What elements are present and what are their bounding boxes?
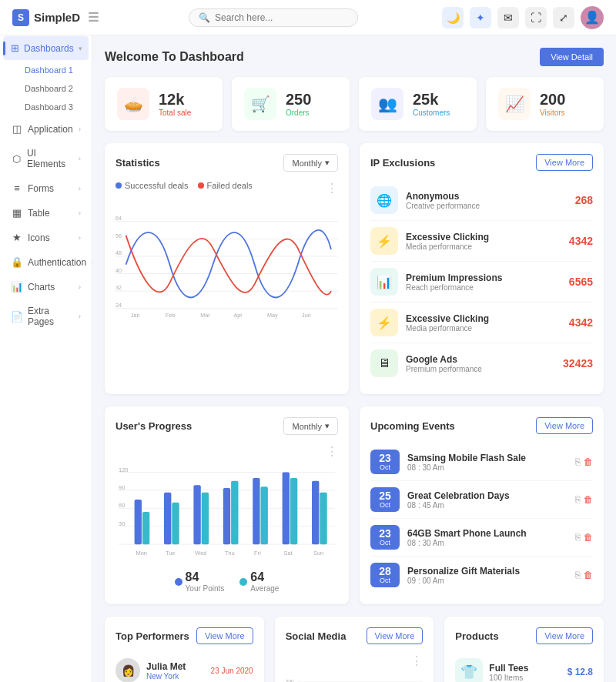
sparkle-icon[interactable]: ✦ [470, 7, 491, 28]
svg-rect-32 [202, 493, 209, 544]
ui-elements-icon: ⬡ [11, 153, 22, 165]
svg-text:60: 60 [119, 502, 125, 509]
events-title: Upcoming Events [370, 420, 455, 432]
sidebar-item-charts[interactable]: 📊 Charts › [3, 275, 89, 299]
social-options-icon[interactable]: ⋮ [286, 654, 424, 668]
svg-text:Jan: Jan [131, 312, 140, 319]
svg-text:Fri: Fri [254, 550, 261, 557]
avatar[interactable]: 👤 [581, 6, 604, 29]
charts-icon: 📊 [11, 281, 23, 293]
sidebar-item-ui-elements[interactable]: ⬡ UI Elements › [3, 142, 89, 176]
event-day-2: 23 [373, 528, 397, 539]
event-date-1: 25 Oct [370, 487, 400, 512]
progress-header: User's Progress Monthly ▾ [116, 417, 338, 435]
expand-icon[interactable]: ⤢ [553, 7, 574, 28]
svg-rect-36 [261, 486, 268, 544]
svg-text:Mar: Mar [200, 312, 210, 319]
svg-text:64: 64 [116, 215, 122, 222]
ip-count-0: 268 [575, 194, 593, 206]
search-input[interactable] [215, 12, 348, 23]
sidebar-item-table[interactable]: ▦ Table › [3, 201, 89, 225]
progress-dropdown[interactable]: Monthly ▾ [283, 417, 338, 435]
event-info-2: 64GB Smart Phone Launch 08 : 30 Am [407, 528, 527, 547]
sidebar-item-auth[interactable]: 🔒 Authentication › [3, 250, 89, 274]
progress-options-icon[interactable]: ⋮ [116, 444, 338, 459]
upcoming-events-panel: Upcoming Events View More 23 Oct Samsing… [360, 406, 604, 604]
stat-info-sales: 12k Total sale [159, 91, 191, 117]
event-month-0: Oct [373, 463, 397, 471]
event-time-0: 08 : 30 Am [407, 463, 526, 472]
event-edit-icon-0[interactable]: ⎘ [575, 456, 581, 467]
statistics-dropdown[interactable]: Monthly ▾ [283, 154, 338, 172]
sidebar-label-ui: UI Elements [27, 148, 74, 169]
topbar: S SimpleD ☰ 🔍 🌙 ✦ ✉ ⛶ ⤢ 👤 [0, 0, 616, 35]
ip-icon-3: ⚡ [370, 309, 398, 336]
fullscreen-icon[interactable]: ⛶ [525, 7, 547, 28]
sidebar-label-application: Application [28, 124, 73, 135]
total-sale-icon: 🥧 [117, 88, 149, 120]
svg-text:30: 30 [119, 520, 125, 527]
hamburger-icon[interactable]: ☰ [88, 10, 99, 25]
sidebar-sub-dashboard3[interactable]: Dashboard 3 [0, 98, 92, 116]
event-delete-icon-0[interactable]: 🗑 [584, 456, 593, 467]
sidebar-sub-dashboard2[interactable]: Dashboard 2 [0, 79, 92, 98]
sidebar-item-dashboards[interactable]: ⊞ Dashboards ▾ [3, 36, 89, 60]
svg-text:Mon: Mon [136, 550, 147, 557]
svg-rect-31 [193, 485, 200, 544]
product-qty-0: 100 Items [489, 674, 528, 682]
statistics-period: Monthly [292, 159, 322, 168]
products-title: Products [455, 630, 498, 642]
mail-icon[interactable]: ✉ [497, 7, 519, 28]
event-month-1: Oct [373, 501, 397, 509]
svg-text:90: 90 [119, 484, 125, 491]
chevron-right-icon: › [79, 125, 81, 133]
sidebar: ⊞ Dashboards ▾ Dashboard 1 Dashboard 2 D… [0, 35, 92, 682]
product-item-0: 👕 Full Tees 100 Items $ 12.8 [455, 654, 593, 682]
your-points-stat: 84 Your Points [175, 570, 225, 593]
statistics-svg: 64 56 48 40 32 24 Jan Feb [116, 202, 338, 325]
main-content: Welcome To Dashboard View Detail 🥧 12k T… [92, 35, 616, 682]
ip-title: IP Exclusions [370, 157, 435, 169]
ip-icon-2: 📊 [370, 268, 398, 296]
stat-card-visitors: 📈 200 Visitors [486, 77, 604, 131]
event-delete-icon-1[interactable]: 🗑 [584, 494, 593, 505]
ip-item-3: ⚡ Excessive Clicking Media performance 4… [370, 303, 593, 343]
event-delete-icon-2[interactable]: 🗑 [584, 532, 593, 543]
stat-info-visitors: 200 Visitors [540, 91, 565, 117]
sidebar-item-icons[interactable]: ★ Icons › [3, 226, 89, 249]
sidebar-item-extra[interactable]: 📄 Extra Pages › [3, 299, 89, 333]
event-info-3: Personalize Gift Materials 09 : 00 Am [407, 566, 520, 585]
event-edit-icon-3[interactable]: ⎘ [575, 570, 581, 580]
event-edit-icon-1[interactable]: ⎘ [575, 494, 581, 505]
chart-options-icon[interactable]: ⋮ [326, 181, 338, 196]
svg-rect-35 [253, 478, 259, 544]
search-icon: 🔍 [199, 12, 210, 23]
svg-text:Sat: Sat [283, 550, 293, 557]
event-time-1: 08 : 45 Am [407, 501, 510, 510]
sidebar-item-forms[interactable]: ≡ Forms › [3, 176, 89, 200]
event-name-3: Personalize Gift Materials [407, 566, 520, 577]
ip-item: 🌐 Anonymous Creative performance 268 [370, 180, 593, 221]
icons-icon: ★ [11, 232, 23, 243]
ip-name-3: Excessive Clicking [406, 313, 489, 324]
event-item-0: 23 Oct Samsing Mobile Flash Sale 08 : 30… [370, 443, 593, 481]
ip-count-2: 6565 [569, 276, 593, 288]
ip-view-more-button[interactable]: View More [536, 154, 593, 171]
ip-info-0: Anonymous Creative performance [406, 191, 480, 210]
stat-value-visitors: 200 [540, 91, 565, 109]
events-view-more-button[interactable]: View More [536, 417, 593, 434]
event-delete-icon-3[interactable]: 🗑 [584, 570, 593, 580]
event-edit-icon-2[interactable]: ⎘ [575, 532, 581, 543]
view-detail-button[interactable]: View Detail [540, 48, 604, 66]
social-view-more-button[interactable]: View More [367, 627, 424, 644]
performers-view-more-button[interactable]: View More [196, 627, 253, 644]
dropdown-arrow-icon: ▾ [325, 158, 330, 168]
social-header: Social Media View More [286, 627, 424, 644]
ip-info-1: Excessive Clicking Media performance [406, 232, 489, 251]
dark-mode-icon[interactable]: 🌙 [442, 7, 464, 28]
svg-rect-33 [223, 488, 230, 544]
products-view-more-button[interactable]: View More [536, 627, 593, 644]
svg-rect-40 [320, 493, 326, 544]
sidebar-sub-dashboard1[interactable]: Dashboard 1 [0, 61, 92, 79]
sidebar-item-application[interactable]: ◫ Application › [3, 117, 89, 141]
